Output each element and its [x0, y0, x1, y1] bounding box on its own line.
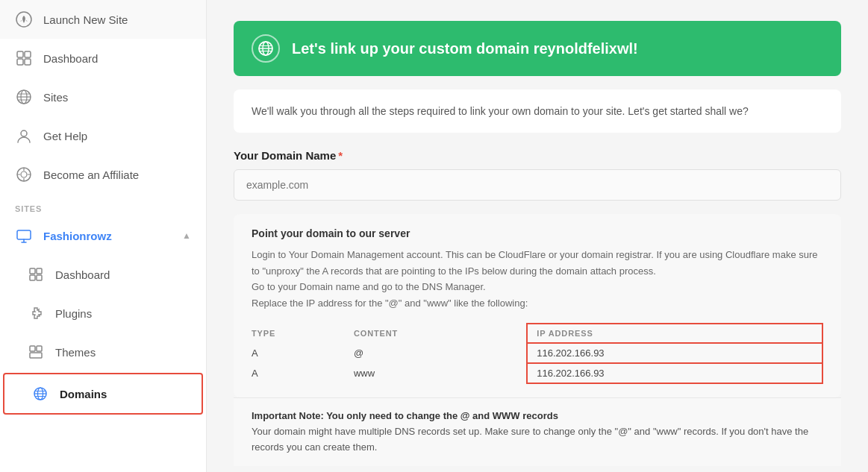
svg-point-7: [21, 130, 27, 136]
sidebar-item-launch-new-site[interactable]: Launch New Site: [0, 0, 206, 39]
sidebar-item-site-dashboard-label: Dashboard: [55, 268, 110, 281]
sidebar-item-sites[interactable]: Sites: [0, 78, 206, 116]
sidebar-item-dashboard-top-label: Dashboard: [43, 52, 98, 65]
point-domain-box: Point your domain to our server Login to…: [234, 214, 841, 397]
dns-ip-2: 116.202.166.93: [527, 363, 822, 383]
dns-table: TYPE CONTENT IP ADDRESS A @ 116.202.166.…: [252, 323, 823, 384]
svg-rect-16: [30, 353, 42, 358]
info-text: We'll walk you through all the steps req…: [252, 105, 749, 117]
domains-globe-icon: [31, 385, 49, 403]
sidebar-item-launch-new-site-label: Launch New Site: [43, 13, 128, 26]
svg-rect-4: [25, 59, 31, 65]
sidebar-item-sites-label: Sites: [43, 91, 68, 104]
rocket-icon: [15, 10, 33, 28]
svg-rect-3: [17, 59, 23, 65]
sidebar-item-get-help-label: Get Help: [43, 130, 87, 142]
sites-section-label: SITES: [0, 194, 206, 216]
sidebar-item-themes[interactable]: Themes: [0, 333, 206, 371]
dns-type-1: A: [252, 343, 354, 363]
dns-row-1: A @ 116.202.166.93: [252, 343, 822, 363]
sidebar-item-dashboard-top[interactable]: Dashboard: [0, 39, 206, 78]
svg-rect-13: [30, 275, 35, 280]
chevron-up-icon: ▲: [182, 230, 191, 241]
themes-icon: [27, 343, 45, 361]
info-box: We'll walk you through all the steps req…: [234, 89, 841, 133]
affiliate-icon: [15, 166, 33, 183]
important-note-body: Your domain might have multiple DNS reco…: [252, 426, 808, 453]
svg-rect-11: [30, 268, 35, 274]
puzzle-icon: [27, 304, 45, 322]
banner-globe-icon: [252, 34, 280, 63]
svg-rect-14: [37, 275, 42, 280]
col-type-header: TYPE: [252, 324, 354, 343]
col-content-header: CONTENT: [354, 324, 527, 343]
sidebar-item-plugins[interactable]: Plugins: [0, 294, 206, 333]
svg-rect-10: [17, 230, 31, 239]
dashboard-site-icon: [27, 265, 45, 283]
svg-rect-2: [25, 51, 31, 57]
sidebar-item-themes-label: Themes: [55, 346, 96, 359]
point-domain-title: Point your domain to our server: [252, 227, 823, 239]
fashionrowz-label: Fashionrowz: [43, 230, 112, 242]
svg-point-9: [21, 172, 27, 177]
important-note: Important Note: You only need to change …: [234, 397, 841, 465]
domain-banner: Let's link up your custom domain reynold…: [234, 21, 841, 76]
important-note-title: Important Note: You only need to change …: [252, 410, 558, 421]
dns-content-1: @: [354, 343, 527, 363]
sidebar-item-domains-label: Domains: [60, 388, 107, 400]
globe-top-icon: [15, 88, 33, 106]
svg-rect-1: [17, 51, 23, 57]
banner-title: Let's link up your custom domain reynold…: [292, 40, 638, 57]
monitor-icon: [15, 227, 33, 245]
dns-type-2: A: [252, 363, 354, 383]
dns-row-2: A www 116.202.166.93: [252, 363, 822, 383]
sidebar: Launch New Site Dashboard Sites: [0, 0, 207, 472]
svg-rect-12: [37, 268, 42, 274]
sidebar-item-become-affiliate-label: Become an Affiliate: [43, 169, 139, 181]
dashboard-top-icon: [15, 49, 33, 67]
sidebar-item-domains[interactable]: Domains: [3, 373, 203, 415]
sidebar-item-fashionrowz[interactable]: Fashionrowz ▲: [0, 216, 206, 255]
svg-rect-15: [30, 346, 35, 351]
domain-name-input[interactable]: [234, 169, 841, 201]
svg-rect-17: [37, 346, 42, 351]
domain-name-label: Your Domain Name*: [234, 149, 841, 162]
dns-content-2: www: [354, 363, 527, 383]
person-icon: [15, 127, 33, 145]
point-domain-desc: Login to Your Domain Management account.…: [252, 247, 823, 311]
sidebar-item-site-dashboard[interactable]: Dashboard: [0, 255, 206, 294]
required-marker: *: [338, 149, 343, 162]
sidebar-item-plugins-label: Plugins: [55, 307, 92, 320]
main-content: Let's link up your custom domain reynold…: [207, 0, 868, 472]
dns-ip-1: 116.202.166.93: [527, 343, 822, 363]
sidebar-item-become-affiliate[interactable]: Become an Affiliate: [0, 155, 206, 194]
sidebar-item-get-help[interactable]: Get Help: [0, 116, 206, 155]
col-ip-header: IP ADDRESS: [527, 324, 822, 343]
